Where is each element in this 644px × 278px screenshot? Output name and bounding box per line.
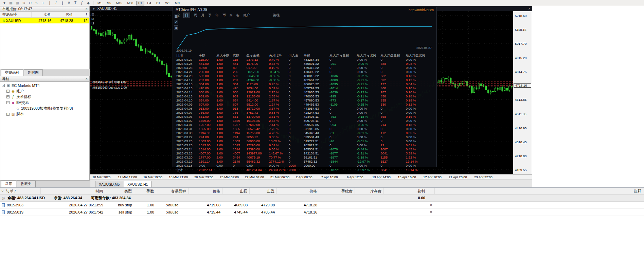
market-watch-column-2: 买价 <box>53 12 75 17</box>
chart-mini-icon[interactable]: M <box>91 17 94 20</box>
tree-expander-icon[interactable]: + <box>6 113 10 116</box>
terminal-column-header[interactable]: 止盈 <box>250 188 277 194</box>
check-icon[interactable]: ✓ <box>174 20 178 24</box>
panel-icon[interactable]: ▣ <box>174 25 178 30</box>
terminal-column-header[interactable]: 时间 <box>41 188 105 194</box>
ticket-number: 88155019 <box>7 210 23 214</box>
tree-expander-icon[interactable]: - <box>6 101 10 104</box>
close-icon[interactable]: × <box>1 189 3 193</box>
chart-tab[interactable]: XAUUSD,H1 <box>124 181 151 187</box>
crosshair-icon[interactable]: + <box>40 0 46 5</box>
terminal-column-header[interactable]: 手续费 <box>319 188 355 194</box>
nav-item[interactable]: -◆EA交易 <box>0 100 89 106</box>
order-stop-loss: 4689.08 <box>222 202 250 208</box>
timeframe-m15-button[interactable]: M15 <box>114 1 124 5</box>
order-comment <box>435 202 644 208</box>
stats-menu-item[interactable]: M <box>230 14 232 17</box>
equity-curve-area: 2026.03.19 2026.04.27 <box>176 18 434 52</box>
stats-menu-path[interactable]: 路径 <box>273 13 280 18</box>
timeframe-h1-button[interactable]: H1 <box>136 1 144 5</box>
stats-menu-item[interactable]: 月 <box>201 13 204 18</box>
stats-row: 2026.03.301194.001.00119415756.004.78 %0… <box>176 131 434 135</box>
navigator-tab[interactable]: 常用 <box>1 181 16 187</box>
nav-item[interactable]: +▨脚本 <box>0 111 89 117</box>
stats-menu-item[interactable]: 币 <box>222 13 226 18</box>
indicators-icon[interactable]: ƒ <box>79 0 85 5</box>
stats-menu-item[interactable]: 日 <box>183 13 190 18</box>
new-chart-icon[interactable]: ▤ <box>8 0 14 5</box>
timeframe-d1-button[interactable]: D1 <box>154 1 162 5</box>
objects-icon[interactable]: ◆ <box>85 0 91 5</box>
stats-row: 2026.04.10634.001.006348414.001.87 %0457… <box>176 98 434 103</box>
profiles-icon[interactable]: ▥ <box>14 0 20 5</box>
terminal-column-header[interactable]: 库存费 <box>355 188 384 194</box>
equidistant-channel-icon[interactable]: ∥ <box>59 0 66 5</box>
nav-item[interactable]: +ƒ技术指标 <box>0 94 89 100</box>
vertical-line-icon[interactable]: | <box>47 0 53 5</box>
terminal-column-header[interactable]: 交易品种 <box>156 188 189 194</box>
zoom-out-icon[interactable]: ⊖ <box>27 0 33 5</box>
mtdriver-stats-panel[interactable]: MTDriver统计 ,V3.25 http://mtdriver.cn 综日周… <box>173 7 437 167</box>
nav-item[interactable]: -▣EC Markets MT4 <box>0 82 89 88</box>
close-icon[interactable]: × <box>86 77 88 81</box>
terminal-column-header[interactable]: 价格 <box>277 188 319 194</box>
order-ticket[interactable]: 88153963 <box>0 202 41 208</box>
navigator-tab[interactable]: 收藏夹 <box>17 181 36 187</box>
stats-row: 2026.03.201747.002.00349440679.1970.77 %… <box>176 155 434 160</box>
timeframe-mn-button[interactable]: MN <box>173 1 182 5</box>
order-lots: 1.00 <box>134 209 156 216</box>
stats-menu-item[interactable]: 账户 <box>243 13 250 18</box>
order-delete-button[interactable]: × <box>427 202 435 208</box>
terminal-column-header[interactable]: 止损 <box>222 188 250 194</box>
chart-mini-icon[interactable]: ◨ <box>91 21 94 25</box>
grid-icon[interactable]: ▦ <box>174 14 178 18</box>
order-row[interactable]: 881539632026.04.27 06:13:59buy stop1.00x… <box>0 202 644 209</box>
timeframe-m1-button[interactable]: M1 <box>95 1 104 5</box>
nav-item-label: 100319083加功能(修复复利)(8) <box>21 106 73 111</box>
cursor-icon[interactable]: ↖ <box>34 0 40 5</box>
tree-expander-icon[interactable]: + <box>6 90 10 93</box>
timeframe-toolbar: M1M5M15M30H1H4D1W1MN <box>95 1 182 5</box>
chart-tab[interactable]: XAUUSD,M5 <box>95 181 123 187</box>
stats-column-header: 次数 <box>232 53 246 58</box>
stats-menu-item[interactable]: 年 <box>215 13 219 18</box>
order-row[interactable]: 881550192026.04.27 06:17:42sell stop1.00… <box>0 209 644 216</box>
terminal-column-header[interactable]: 注释 <box>435 188 644 194</box>
close-icon[interactable]: × <box>86 7 88 11</box>
timeframe-w1-button[interactable]: W1 <box>163 1 172 5</box>
chart-mini-icon[interactable]: ▤ <box>91 13 94 16</box>
toolbar-separator <box>93 1 93 5</box>
nav-item[interactable]: +◉账户 <box>0 88 89 94</box>
zoom-in-icon[interactable]: ⊕ <box>21 0 27 5</box>
market-watch-tab[interactable]: 即时图 <box>24 69 43 76</box>
trendline-icon[interactable]: / <box>53 0 59 5</box>
stats-menu-item[interactable]: 备 <box>236 13 239 18</box>
time-label: 21 Apr 20:00 <box>449 175 467 179</box>
charts-dropdown-icon[interactable]: ▼ <box>1 0 7 5</box>
curve-end-date: 2026.04.27 <box>416 46 432 50</box>
order-ticket[interactable]: 88155019 <box>0 209 41 216</box>
stats-row: 2026.04.14638.001.0063812929.002.75 %048… <box>176 90 434 94</box>
text-label-icon[interactable]: A <box>66 0 72 5</box>
timeframe-m30-button[interactable]: M30 <box>125 1 136 5</box>
terminal-column-header[interactable]: 类型 <box>105 188 134 194</box>
terminal-column-header[interactable]: 价格 <box>189 188 222 194</box>
terminal-column-header[interactable]: 获利 <box>384 188 427 194</box>
price-label: 4109.55 <box>515 168 526 172</box>
arrow-tools-icon[interactable]: T <box>72 0 78 5</box>
close-icon[interactable]: × <box>528 7 530 11</box>
timeframe-m5-button[interactable]: M5 <box>105 1 113 5</box>
stats-menu-item[interactable]: 季 <box>208 13 212 18</box>
timeframe-h4-button[interactable]: H4 <box>145 1 154 5</box>
stats-total-row: 合计26127.14481264.3424063.22 %2000-1877-1… <box>176 168 434 172</box>
stats-url-link[interactable]: http://mtdriver.cn <box>409 8 434 12</box>
market-watch-row[interactable]: ⇅XAUUSD4718.164718.2812 <box>0 18 90 23</box>
order-delete-button[interactable]: × <box>427 209 435 216</box>
tree-expander-icon[interactable]: + <box>6 95 10 98</box>
market-watch-tab[interactable]: 交易品种 <box>1 69 23 76</box>
nav-item[interactable]: ◇100319083加功能(修复复利)(8) <box>0 106 89 111</box>
stats-menu-item[interactable]: 周 <box>194 13 197 18</box>
terminal-column-header[interactable]: 手数 <box>134 188 156 194</box>
tree-expander-icon[interactable]: - <box>2 84 5 87</box>
terminal-column-header[interactable]: 订单 / <box>0 188 41 194</box>
